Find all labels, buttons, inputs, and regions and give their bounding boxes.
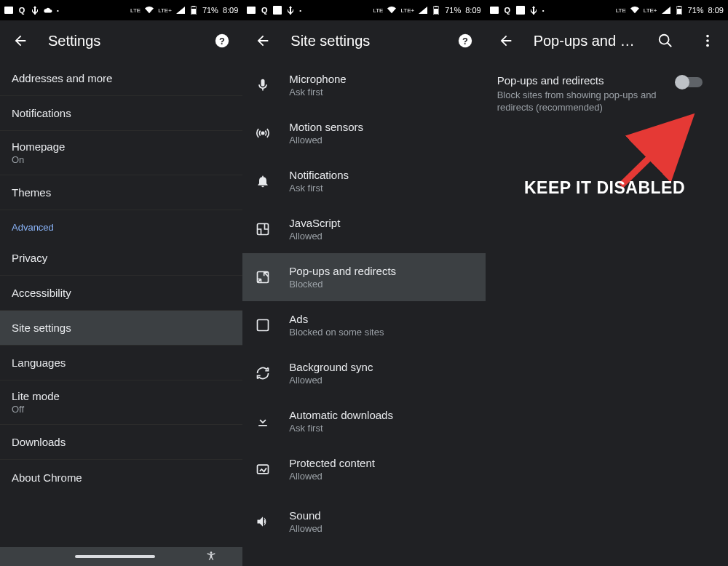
site-item-motion-sensors[interactable]: Motion sensorsAllowed bbox=[242, 109, 485, 157]
nav-bar bbox=[0, 547, 242, 566]
settings-item-notifications[interactable]: Notifications bbox=[0, 96, 242, 131]
settings-item-themes[interactable]: Themes bbox=[0, 175, 242, 210]
lte-icon-2: LTE+ bbox=[644, 7, 657, 14]
svg-rect-2 bbox=[192, 6, 195, 7]
site-item-auto-downloads[interactable]: Automatic downloadsAsk first bbox=[242, 397, 485, 445]
advanced-section: Advanced bbox=[0, 210, 242, 241]
battery-icon bbox=[189, 6, 198, 15]
toggle-subtitle: Block sites from showing pop-ups and red… bbox=[497, 89, 665, 114]
svg-point-6 bbox=[210, 551, 213, 554]
settings-item-addresses[interactable]: Addresses and more bbox=[0, 61, 242, 96]
battery-icon bbox=[675, 6, 684, 15]
svg-rect-7 bbox=[247, 7, 256, 14]
site-item-sound[interactable]: SoundAllowed bbox=[242, 493, 485, 541]
svg-point-28 bbox=[706, 44, 709, 47]
toggle-title: Pop-ups and redirects bbox=[497, 74, 665, 87]
wifi-icon bbox=[145, 6, 154, 15]
wifi-icon bbox=[630, 6, 639, 15]
status-bar: Q • LTE LTE+ 71% 8:09 bbox=[486, 0, 728, 20]
svg-rect-21 bbox=[516, 6, 525, 15]
svg-rect-11 bbox=[434, 9, 438, 14]
sensors-icon bbox=[254, 124, 272, 142]
accessibility-icon[interactable] bbox=[205, 550, 218, 563]
annotation-text: KEEP IT DISABLED bbox=[524, 178, 685, 198]
settings-item-languages[interactable]: Languages bbox=[0, 346, 242, 380]
site-item-ads[interactable]: AdsBlocked on some sites bbox=[242, 301, 485, 349]
back-button[interactable] bbox=[491, 26, 521, 55]
picture-icon bbox=[273, 6, 282, 15]
settings-panel: Q • LTE LTE+ 71% 8:09 Settings ? Address… bbox=[0, 0, 242, 566]
battery-pct: 71% bbox=[202, 6, 218, 15]
back-button[interactable] bbox=[6, 26, 35, 55]
svg-point-25 bbox=[660, 35, 669, 44]
download-icon bbox=[254, 412, 272, 430]
site-item-microphone[interactable]: MicrophoneAsk first bbox=[242, 61, 485, 109]
site-item-background-sync[interactable]: Background syncAllowed bbox=[242, 349, 485, 397]
app-icon bbox=[247, 6, 256, 15]
svg-rect-8 bbox=[273, 6, 282, 15]
svg-rect-18 bbox=[258, 465, 269, 474]
popups-panel: Q • LTE LTE+ 71% 8:09 Pop-ups and redir.… bbox=[486, 0, 728, 566]
lte-icon: LTE bbox=[130, 7, 141, 14]
popups-switch[interactable] bbox=[676, 77, 703, 87]
protected-icon bbox=[254, 461, 272, 478]
help-icon[interactable]: ? bbox=[451, 26, 480, 55]
settings-item-accessibility[interactable]: Accessibility bbox=[0, 276, 242, 311]
search-icon[interactable] bbox=[651, 26, 680, 55]
site-item-javascript[interactable]: JavaScriptAllowed bbox=[242, 205, 485, 253]
settings-item-lite-mode[interactable]: Lite modeOff bbox=[0, 380, 242, 425]
svg-rect-3 bbox=[191, 9, 196, 14]
page-title: Pop-ups and redir... bbox=[534, 33, 638, 49]
svg-rect-10 bbox=[435, 6, 438, 7]
lte-icon: LTE bbox=[616, 7, 626, 14]
signal-icon bbox=[662, 6, 670, 15]
ads-icon bbox=[254, 316, 272, 334]
app-icon bbox=[4, 6, 13, 15]
battery-icon bbox=[432, 6, 440, 15]
q-icon: Q bbox=[260, 6, 269, 15]
status-bar: Q • LTE LTE+ 71% 8:09 bbox=[242, 0, 485, 20]
lte-icon-2: LTE+ bbox=[400, 7, 414, 14]
svg-text:?: ? bbox=[462, 36, 468, 47]
status-bar: Q • LTE LTE+ 71% 8:09 bbox=[0, 0, 242, 20]
settings-item-site-settings[interactable]: Site settings bbox=[0, 311, 242, 346]
site-item-notifications[interactable]: NotificationsAsk first bbox=[242, 157, 485, 205]
bell-icon bbox=[254, 172, 272, 190]
settings-item-about-chrome[interactable]: About Chrome bbox=[0, 460, 242, 495]
popups-toggle-row[interactable]: Pop-ups and redirects Block sites from s… bbox=[486, 61, 728, 127]
svg-rect-24 bbox=[677, 9, 681, 14]
page-title: Site settings bbox=[290, 33, 437, 49]
home-pill[interactable] bbox=[75, 555, 155, 558]
clock: 8:09 bbox=[708, 6, 724, 15]
app-icon bbox=[490, 6, 499, 15]
site-settings-list: MicrophoneAsk first Motion sensorsAllowe… bbox=[242, 61, 485, 547]
page-title: Settings bbox=[48, 33, 194, 49]
settings-list: Addresses and more Notifications Homepag… bbox=[0, 61, 242, 547]
overflow-menu-icon[interactable] bbox=[693, 26, 722, 55]
svg-rect-17 bbox=[258, 320, 269, 331]
svg-point-27 bbox=[706, 39, 709, 42]
header: Pop-ups and redir... bbox=[486, 20, 728, 61]
settings-item-downloads[interactable]: Downloads bbox=[0, 425, 242, 460]
svg-rect-0 bbox=[4, 7, 13, 14]
site-item-protected-content[interactable]: Protected contentAllowed bbox=[242, 445, 485, 493]
help-icon[interactable]: ? bbox=[207, 26, 237, 55]
battery-pct: 71% bbox=[688, 6, 704, 15]
picture-icon bbox=[516, 6, 525, 15]
usb-icon bbox=[529, 6, 538, 15]
back-button[interactable] bbox=[248, 26, 277, 55]
clock: 8:09 bbox=[223, 6, 238, 15]
header: Settings ? bbox=[0, 20, 242, 61]
svg-rect-23 bbox=[678, 6, 681, 7]
settings-item-privacy[interactable]: Privacy bbox=[0, 241, 242, 276]
svg-point-26 bbox=[706, 35, 709, 38]
popups-icon bbox=[254, 268, 272, 286]
dot-icon: • bbox=[57, 7, 59, 14]
lte-icon: LTE bbox=[373, 7, 383, 14]
site-item-popups[interactable]: Pop-ups and redirectsBlocked bbox=[242, 253, 485, 301]
q-icon: Q bbox=[503, 6, 512, 15]
mic-icon bbox=[254, 76, 272, 94]
settings-item-homepage[interactable]: HomepageOn bbox=[0, 131, 242, 175]
lte-icon-2: LTE+ bbox=[158, 7, 172, 14]
usb-icon bbox=[31, 6, 39, 15]
